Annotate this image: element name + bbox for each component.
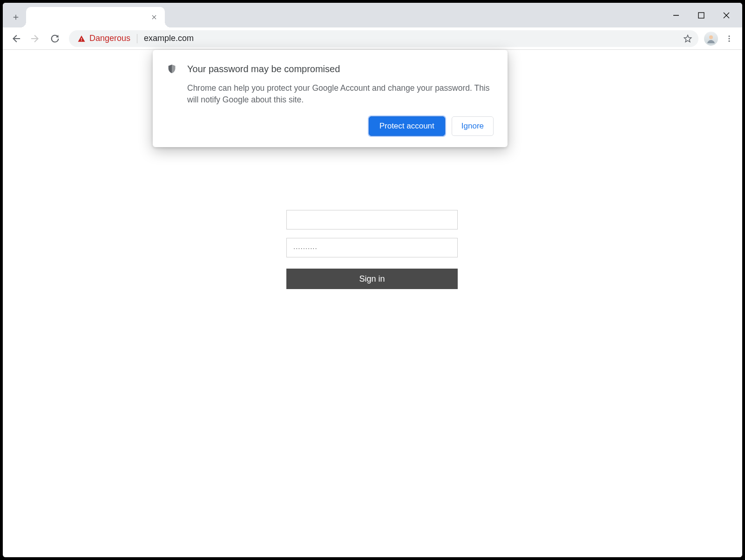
plus-icon [12, 13, 20, 21]
reload-icon [50, 34, 60, 44]
forward-button[interactable] [27, 30, 44, 47]
tab-close-button[interactable] [150, 13, 158, 21]
protect-account-button[interactable]: Protect account [369, 116, 445, 136]
close-icon [723, 12, 730, 19]
svg-point-3 [729, 38, 730, 39]
browser-window: Dangerous example.com Sign in [3, 3, 742, 557]
bubble-actions: Protect account Ignore [167, 116, 494, 136]
bubble-title: Your password may be compromised [187, 63, 340, 76]
close-icon [151, 14, 157, 20]
window-close-button[interactable] [720, 9, 733, 22]
maximize-icon [698, 12, 704, 19]
omnibox-separator [137, 34, 137, 43]
arrow-left-icon [11, 34, 21, 44]
password-alert-bubble: Your password may be compromised Chrome … [153, 50, 508, 147]
profile-avatar-button[interactable] [704, 32, 718, 46]
window-maximize-button[interactable] [695, 9, 708, 22]
browser-tab[interactable] [26, 7, 165, 27]
shield-icon [167, 64, 177, 76]
password-input[interactable] [286, 238, 458, 257]
svg-point-4 [729, 40, 730, 41]
window-minimize-button[interactable] [670, 9, 683, 22]
security-label: Dangerous [89, 34, 130, 43]
login-form: Sign in [286, 210, 459, 289]
avatar-icon [705, 33, 717, 44]
username-input[interactable] [286, 210, 458, 229]
star-icon [683, 34, 692, 43]
sign-in-button[interactable]: Sign in [286, 269, 458, 289]
omnibox[interactable]: Dangerous example.com [69, 30, 698, 47]
security-chip[interactable]: Dangerous [77, 34, 130, 43]
bubble-body: Chrome can help you protect your Google … [167, 82, 494, 105]
minimize-icon [672, 12, 680, 19]
warning-triangle-icon [77, 34, 86, 43]
omnibox-url: example.com [144, 34, 194, 43]
reload-button[interactable] [47, 30, 63, 47]
ignore-button[interactable]: Ignore [452, 116, 494, 136]
toolbar: Dangerous example.com [3, 27, 742, 50]
svg-point-2 [729, 35, 730, 37]
window-controls [670, 3, 739, 27]
arrow-right-icon [30, 34, 41, 44]
tab-strip [3, 3, 742, 27]
page-content: Sign in Your password may be compromised… [3, 50, 742, 557]
app-menu-button[interactable] [721, 30, 738, 47]
kebab-menu-icon [725, 34, 733, 43]
bookmark-star-button[interactable] [681, 32, 695, 46]
svg-point-1 [709, 35, 713, 39]
svg-rect-0 [698, 13, 704, 18]
back-button[interactable] [7, 30, 24, 47]
